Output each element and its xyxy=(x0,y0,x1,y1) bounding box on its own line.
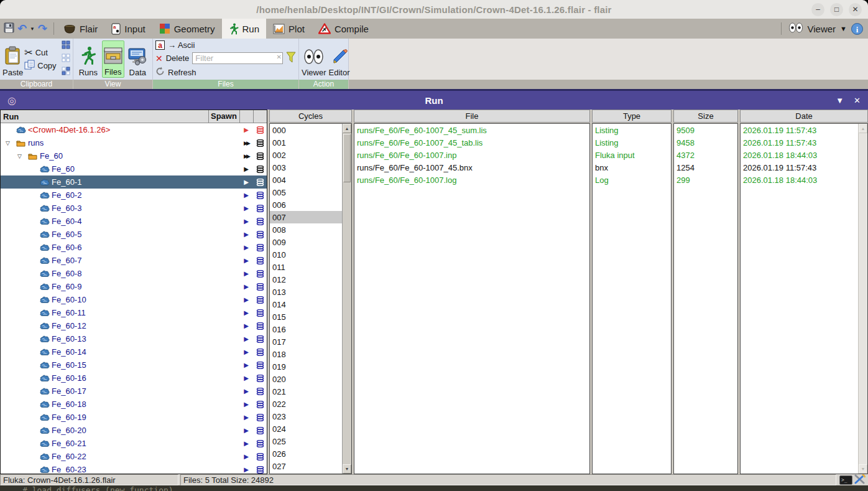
run-play-icon[interactable]: ▶ xyxy=(239,126,253,133)
tree-column-run-action[interactable] xyxy=(239,110,253,123)
run-play-icon[interactable]: ▶ xyxy=(239,388,253,395)
tree-row[interactable]: ▽ Fe_60-9 ▶ xyxy=(1,280,267,293)
minimize-button[interactable]: – xyxy=(811,3,824,16)
cycles-scrollbar[interactable]: ▲ ▼ xyxy=(342,124,351,474)
delete-button[interactable]: Delete xyxy=(166,54,190,63)
file-cell-type[interactable]: Fluka input xyxy=(593,149,671,161)
cycle-item[interactable]: 026 xyxy=(270,447,342,460)
expander-icon[interactable]: ▽ xyxy=(6,140,16,146)
tree-column-run[interactable]: Run xyxy=(1,112,208,121)
cycle-item[interactable]: 001 xyxy=(270,136,342,149)
cycle-item[interactable]: 011 xyxy=(270,261,342,273)
file-cell-file[interactable]: runs/Fe_60/Fe_60-1007.log xyxy=(354,174,589,186)
cycle-item[interactable]: 014 xyxy=(270,298,342,311)
cycle-item[interactable]: 003 xyxy=(270,161,342,174)
cycle-item[interactable]: 016 xyxy=(270,323,342,335)
tree-row[interactable]: ▽ Fe_60-11 ▶ xyxy=(1,306,267,319)
cycles-header[interactable]: Cycles xyxy=(269,110,352,123)
run-play-icon[interactable]: ▶ xyxy=(239,205,253,212)
cycle-item[interactable]: 018 xyxy=(270,348,342,360)
run-play-icon[interactable]: ▶▶ xyxy=(239,153,253,159)
tab-geometry[interactable]: Geometry xyxy=(152,19,222,39)
run-play-icon[interactable]: ▶ xyxy=(239,270,253,277)
data-stack-icon[interactable] xyxy=(253,283,267,291)
undo-icon[interactable]: ↶ xyxy=(17,23,27,34)
tree-row[interactable]: ▽ Fe_60-22 ▶ xyxy=(1,450,267,463)
data-stack-icon[interactable] xyxy=(253,126,267,134)
tab-flair[interactable]: Flair xyxy=(57,19,104,39)
cycle-item[interactable]: 017 xyxy=(270,335,342,348)
data-stack-icon[interactable] xyxy=(253,192,267,199)
viewer-menu-label[interactable]: Viewer xyxy=(808,24,836,34)
file-cell-file[interactable]: runs/Fe_60/Fe_60-1007.inp xyxy=(354,149,589,161)
run-play-icon[interactable]: ▶ xyxy=(239,427,253,434)
run-play-icon[interactable]: ▶ xyxy=(239,257,253,264)
run-play-icon[interactable]: ▶ xyxy=(239,335,253,342)
undo-dropdown-icon[interactable]: ▼ xyxy=(30,26,35,32)
file-cell-type[interactable]: Listing xyxy=(593,124,671,136)
run-play-icon[interactable]: ▶ xyxy=(239,401,253,408)
tree-row[interactable]: ▽ Fe_60-17 ▶ xyxy=(1,385,267,398)
cycle-item[interactable]: 000 xyxy=(270,124,342,136)
data-stack-icon[interactable] xyxy=(253,427,267,434)
tree-row[interactable]: ▽ Fe_60-20 ▶ xyxy=(1,424,267,437)
viewer-button[interactable]: Viewer xyxy=(300,40,328,78)
files-scrollbar[interactable]: ▲ ▼ xyxy=(858,124,867,474)
files-header-file[interactable]: File xyxy=(354,110,590,123)
run-play-icon[interactable]: ▶ xyxy=(239,283,253,290)
file-cell-size[interactable]: 9458 xyxy=(674,136,737,149)
editor-button[interactable]: Editor xyxy=(328,40,351,78)
tools-icon[interactable] xyxy=(854,474,866,486)
data-stack-icon[interactable] xyxy=(253,257,267,264)
data-stack-icon[interactable] xyxy=(253,166,267,173)
cycle-item[interactable]: 027 xyxy=(270,460,342,472)
tree-row[interactable]: ▽ Fe_60-12 ▶ xyxy=(1,319,267,332)
tab-compile[interactable]: Compile xyxy=(312,19,376,39)
save-icon[interactable] xyxy=(4,22,14,35)
select-all-icon[interactable] xyxy=(62,40,70,52)
run-play-icon[interactable]: ▶ xyxy=(239,322,253,329)
tree-row[interactable]: ▽ Fe_60-6 ▶ xyxy=(1,241,267,254)
run-play-icon[interactable]: ▶ xyxy=(239,466,253,473)
clear-filter-icon[interactable]: ✕ xyxy=(277,54,282,60)
file-cell-type[interactable]: bnx xyxy=(593,161,671,174)
paste-button[interactable]: Paste xyxy=(1,40,24,78)
redo-icon[interactable]: ↷ xyxy=(38,23,47,34)
tree-column-data-action[interactable] xyxy=(253,110,267,123)
file-cell-file[interactable]: runs/Fe_60/Fe_60-1007_45.bnx xyxy=(354,161,589,174)
run-play-icon[interactable]: ▶ xyxy=(239,440,253,447)
run-play-icon[interactable]: ▶ xyxy=(239,348,253,355)
scroll-up-icon[interactable]: ▲ xyxy=(343,124,351,133)
tab-input[interactable]: a Input xyxy=(104,19,152,39)
data-stack-icon[interactable] xyxy=(253,270,267,278)
filter-input[interactable] xyxy=(192,52,283,64)
cycle-item[interactable]: 002 xyxy=(270,149,342,161)
run-play-icon[interactable]: ▶ xyxy=(239,375,253,381)
file-cell-type[interactable]: Listing xyxy=(593,136,671,149)
tree-row[interactable]: ▽ Fe_60-4 ▶ xyxy=(1,215,267,228)
tree-row[interactable]: ▽ Fe_60-7 ▶ xyxy=(1,254,267,267)
chevron-down-icon[interactable]: ▼ xyxy=(840,25,847,32)
data-stack-icon[interactable] xyxy=(253,309,267,317)
terminal-icon[interactable]: >_ xyxy=(839,475,852,485)
refresh-button[interactable]: Refresh xyxy=(155,67,296,78)
data-stack-icon[interactable] xyxy=(253,362,267,369)
data-stack-icon[interactable] xyxy=(253,205,267,212)
panel-close-icon[interactable]: ✕ xyxy=(854,96,861,105)
cut-button[interactable]: ✂ Cut xyxy=(24,47,56,58)
run-play-icon[interactable]: ▶ xyxy=(239,192,253,199)
data-stack-icon[interactable] xyxy=(253,218,267,225)
tab-plot[interactable]: Plot xyxy=(266,19,312,39)
data-stack-icon[interactable] xyxy=(253,401,267,408)
cycle-item[interactable]: 024 xyxy=(270,423,342,435)
info-icon[interactable]: i xyxy=(851,23,863,35)
file-cell-size[interactable]: 4372 xyxy=(674,149,737,161)
file-cell-size[interactable]: 299 xyxy=(674,174,737,186)
ascii-button[interactable]: a → Ascii xyxy=(155,40,296,50)
tree-row[interactable]: ▽ Fe_60 ▶ xyxy=(1,162,267,175)
tree-row[interactable]: ▽ Fe_60-1 ▶ xyxy=(1,175,267,189)
run-play-icon[interactable]: ▶ xyxy=(239,296,253,303)
tree-row[interactable]: ▽ Fe_60-15 ▶ xyxy=(1,358,267,372)
runs-button[interactable]: Runs xyxy=(78,40,99,78)
copy-button[interactable]: Copy xyxy=(24,60,56,72)
